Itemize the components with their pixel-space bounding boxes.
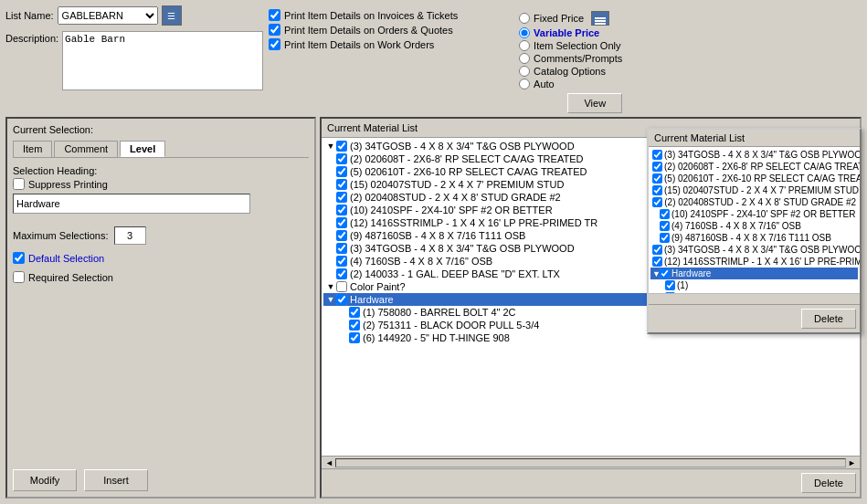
fixed-price-radio[interactable] [519, 13, 530, 24]
list-view-icon[interactable] [591, 11, 609, 26]
default-selection-checkbox[interactable] [13, 252, 25, 264]
tab-level[interactable]: Level [120, 141, 165, 157]
print-invoices-label: Print Item Details on Invoices & Tickets [284, 10, 458, 21]
tab-comment[interactable]: Comment [54, 141, 118, 157]
view-button[interactable]: View [567, 93, 622, 113]
popup-tree-item[interactable]: (5) 020610T - 2X6-10 RP SELECT CA/AG TRE… [650, 173, 858, 184]
item-checkbox[interactable] [336, 256, 347, 267]
tab-item[interactable]: Item [13, 141, 52, 157]
description-label: Description: [5, 31, 58, 44]
list-icon-btn[interactable]: ☰ [162, 5, 182, 26]
item-checkbox[interactable] [349, 332, 360, 343]
popup-tree-item[interactable]: (10) 2410SPF - 2X4-10' SPF #2 OR BETTER [650, 208, 858, 220]
auto-radio[interactable] [519, 79, 530, 89]
popup-tree-item[interactable]: (4) 7160SB - 4 X 8 X 7/16" OSB [650, 220, 858, 232]
popup-tree-item[interactable]: (1) [650, 279, 858, 291]
max-selections-label: Maximum Selections: [13, 230, 109, 241]
item-checkbox[interactable] [349, 307, 360, 318]
comments-label: Comments/Prompts [534, 53, 622, 64]
selection-heading-label: Selection Heading: [13, 165, 309, 176]
popup-delete-row: Delete [649, 304, 860, 332]
item-checkbox[interactable] [336, 268, 347, 279]
catalog-label: Catalog Options [534, 66, 606, 77]
popup-item-checkbox[interactable] [652, 150, 662, 160]
comments-radio[interactable] [519, 53, 530, 64]
suppress-printing-label: Suppress Printing [28, 179, 108, 190]
catalog-radio[interactable] [519, 66, 530, 77]
default-selection-label: Default Selection [28, 253, 104, 264]
popup-tree-item[interactable]: (2) 020408STUD - 2 X 4 X 8' STUD GRADE #… [650, 196, 858, 208]
horizontal-scrollbar[interactable]: ◄ ► [322, 456, 860, 468]
popup-panel: Current Material List (3) 34TGOSB - 4 X … [647, 128, 862, 334]
popup-delete-button[interactable]: Delete [801, 309, 856, 329]
popup-item-checkbox[interactable] [660, 233, 670, 243]
item-checkbox[interactable] [349, 320, 360, 331]
expand-icon: ▼ [325, 142, 336, 151]
list-name-label: List Name: [5, 10, 54, 21]
item-checkbox[interactable] [336, 141, 347, 152]
print-orders-checkbox[interactable] [269, 24, 280, 36]
auto-label: Auto [534, 79, 555, 89]
popup-tree-item[interactable]: (15) 020407STUD - 2 X 4 X 7' PREMIUM STU… [650, 184, 858, 196]
fixed-price-label: Fixed Price [534, 13, 584, 24]
print-invoices-checkbox[interactable] [269, 9, 280, 21]
popup-item-checkbox[interactable] [660, 221, 670, 231]
item-checkbox[interactable] [336, 192, 347, 203]
variable-price-label: Variable Price [534, 27, 599, 38]
center-delete-button[interactable]: Delete [801, 473, 856, 493]
suppress-printing-checkbox[interactable] [13, 178, 25, 190]
popup-tree-item[interactable]: (12) 1416SSTRIMLP - 1 X 4 X 16' LP PRE-P… [650, 256, 858, 268]
print-work-orders-label: Print Item Details on Work Orders [284, 39, 434, 50]
item-checkbox[interactable] [336, 153, 347, 164]
popup-tree-item[interactable]: (9) 487160SB - 4 X 8 X 7/16 T111 OSB [650, 232, 858, 244]
popup-tree-item-hardware[interactable]: ▼ Hardware [650, 268, 858, 279]
popup-item-checkbox[interactable] [652, 185, 662, 195]
item-checkbox[interactable] [336, 243, 347, 254]
variable-price-radio[interactable] [519, 27, 530, 38]
popup-tree-item[interactable]: (3) 34TGOSB - 4 X 8 X 3/4" T&G OSB PLYWO… [650, 244, 858, 256]
item-checkbox[interactable] [336, 179, 347, 190]
center-delete-row: Delete [322, 468, 860, 497]
item-selection-label: Item Selection Only [534, 40, 620, 51]
list-name-dropdown[interactable]: GABLEBARN [58, 6, 158, 25]
popup-title: Current Material List [649, 130, 860, 147]
insert-button[interactable]: Insert [84, 469, 148, 491]
popup-item-checkbox[interactable] [665, 280, 675, 290]
popup-item-checkbox[interactable] [660, 209, 670, 219]
popup-tree[interactable]: (3) 34TGOSB - 4 X 8 X 3/4" T&G OSB PLYWO… [649, 147, 860, 293]
popup-scrollbar[interactable] [649, 293, 860, 304]
modify-button[interactable]: Modify [13, 469, 77, 491]
item-checkbox[interactable] [336, 281, 347, 292]
print-orders-label: Print Item Details on Orders & Quotes [284, 25, 453, 36]
popup-tree-item[interactable]: (3) 34TGOSB - 4 X 8 X 3/4" T&G OSB PLYWO… [650, 149, 858, 161]
popup-item-checkbox[interactable] [660, 268, 670, 278]
item-checkbox[interactable] [336, 217, 347, 228]
required-selection-checkbox[interactable] [13, 271, 25, 283]
item-checkbox[interactable] [336, 230, 347, 241]
heading-input[interactable]: Hardware [13, 194, 250, 214]
popup-item-checkbox[interactable] [652, 173, 662, 184]
required-selection-label: Required Selection [28, 272, 113, 283]
item-checkbox[interactable] [336, 205, 347, 215]
item-checkbox[interactable] [336, 294, 347, 305]
popup-item-checkbox[interactable] [652, 257, 662, 267]
popup-item-checkbox[interactable] [652, 162, 662, 172]
popup-item-checkbox[interactable] [652, 197, 662, 207]
print-work-orders-checkbox[interactable] [269, 38, 280, 50]
item-selection-radio[interactable] [519, 40, 530, 51]
current-selection-title: Current Selection: [13, 124, 309, 135]
item-checkbox[interactable] [336, 166, 347, 177]
description-input[interactable]: Gable Barn [62, 31, 263, 90]
max-selections-input[interactable]: 3 [114, 226, 146, 245]
popup-item-checkbox[interactable] [652, 245, 662, 255]
popup-tree-item[interactable]: (2) 020608T - 2X6-8' RP SELECT CA/AG TRE… [650, 161, 858, 173]
